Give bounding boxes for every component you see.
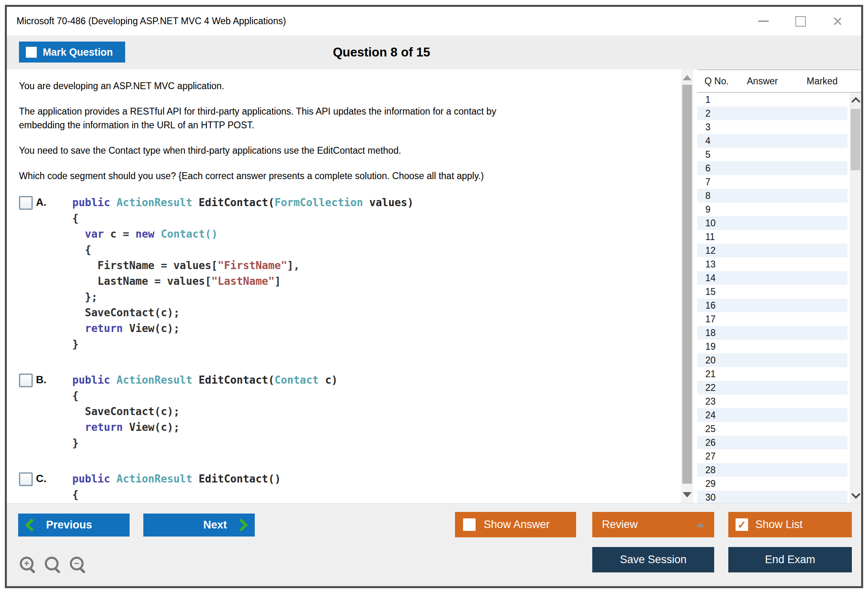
column-header-answer: Answer	[747, 76, 807, 87]
show-list-checkbox[interactable]: ✓	[736, 518, 748, 531]
option-head: B.	[19, 372, 72, 451]
question-number: 16	[705, 300, 716, 311]
show-answer-checkbox[interactable]	[463, 518, 476, 531]
question-list-row-9[interactable]: 9	[697, 203, 847, 216]
question-list-row-29[interactable]: 29	[697, 477, 847, 491]
question-list-row-18[interactable]: 18	[697, 326, 847, 340]
question-number: 11	[705, 232, 715, 242]
check-icon: ✓	[738, 520, 746, 530]
question-number: 19	[705, 341, 716, 352]
magnifier-icon[interactable]	[45, 557, 59, 573]
question-list-row-25[interactable]: 25	[697, 422, 847, 436]
code-block: public ActionResult EditContact(){	[72, 471, 281, 503]
bottom-bar: Previous Next + − Show Answer	[7, 503, 861, 586]
question-list-row-24[interactable]: 24	[697, 408, 847, 422]
question-list-row-19[interactable]: 19	[697, 340, 847, 353]
question-list-row-5[interactable]: 5	[697, 148, 847, 161]
question-list-row-14[interactable]: 14	[697, 271, 847, 285]
question-list-row-6[interactable]: 6	[697, 161, 847, 175]
question-list-row-3[interactable]: 3	[697, 120, 847, 134]
question-list-row-2[interactable]: 2	[697, 106, 847, 120]
list-scroll-up-icon[interactable]	[851, 97, 861, 106]
chevron-left-icon	[25, 518, 38, 532]
question-list-row-1[interactable]: 1	[697, 93, 847, 106]
question-list-row-26[interactable]: 26	[697, 436, 847, 449]
close-icon[interactable]: ×	[832, 16, 843, 27]
answer-options: A.public ActionResult EditContact(FormCo…	[19, 195, 665, 503]
question-number: 1	[705, 94, 711, 105]
question-number: 14	[705, 273, 716, 283]
next-label: Next	[203, 519, 227, 531]
question-panel: You are developing an ASP.NET MVC applic…	[7, 69, 681, 503]
question-list-row-7[interactable]: 7	[697, 175, 847, 189]
question-number: 3	[705, 122, 711, 132]
question-list-row-8[interactable]: 8	[697, 189, 847, 203]
magnifier-handle	[79, 567, 86, 574]
question-list-row-17[interactable]: 17	[697, 312, 847, 326]
question-number: 23	[705, 396, 716, 407]
window-title: Microsoft 70-486 (Developing ASP.NET MVC…	[17, 16, 286, 27]
question-list-row-11[interactable]: 11	[697, 230, 847, 244]
question-number: 21	[705, 369, 716, 379]
option-head: C.	[19, 471, 72, 503]
mark-question-checkbox[interactable]	[26, 47, 37, 58]
list-scroll-down-icon[interactable]	[851, 490, 861, 499]
scroll-down-icon[interactable]	[683, 492, 692, 497]
review-label: Review	[602, 518, 638, 531]
scroll-up-icon[interactable]	[683, 75, 692, 80]
option-letter: B.	[36, 374, 46, 386]
question-number: 4	[705, 136, 711, 146]
question-list-row-4[interactable]: 4	[697, 134, 847, 148]
option-checkbox-C[interactable]	[19, 472, 33, 486]
end-exam-button[interactable]: End Exam	[728, 547, 852, 572]
question-number: 24	[705, 410, 716, 420]
question-number: 29	[705, 478, 716, 489]
option-checkbox-A[interactable]	[19, 196, 33, 210]
column-header-qno: Q No.	[704, 76, 747, 87]
answer-option-C: C.public ActionResult EditContact(){	[19, 471, 665, 503]
end-exam-label: End Exam	[765, 553, 816, 566]
question-number: 7	[705, 177, 711, 187]
zoom-in-icon[interactable]: +	[20, 557, 34, 573]
list-scrollbar[interactable]	[850, 93, 861, 503]
question-number: 20	[705, 355, 716, 365]
mark-question-button[interactable]: Mark Question	[19, 42, 125, 63]
question-list-row-16[interactable]: 16	[697, 299, 847, 312]
question-list-row-10[interactable]: 10	[697, 216, 847, 230]
question-list-row-15[interactable]: 15	[697, 285, 847, 299]
option-head: A.	[19, 195, 72, 352]
question-list-row-12[interactable]: 12	[697, 244, 847, 257]
triangle-up-icon	[696, 522, 704, 527]
zoom-out-icon[interactable]: −	[70, 557, 84, 573]
question-number: 6	[705, 163, 711, 173]
show-list-button[interactable]: ✓ Show List	[728, 512, 852, 537]
question-list-row-21[interactable]: 21	[697, 367, 847, 381]
question-number: 2	[705, 108, 711, 119]
minimize-icon[interactable]	[758, 21, 769, 22]
show-answer-button[interactable]: Show Answer	[455, 512, 576, 537]
header-strip: Mark Question Question 8 of 15	[7, 35, 861, 69]
window-frame: Microsoft 70-486 (Developing ASP.NET MVC…	[5, 5, 863, 588]
question-list-row-30[interactable]: 30	[697, 491, 847, 503]
question-list-row-23[interactable]: 23	[697, 395, 847, 408]
title-bar: Microsoft 70-486 (Developing ASP.NET MVC…	[7, 7, 861, 35]
question-list-row-28[interactable]: 28	[697, 463, 847, 477]
question-paragraph: You are developing an ASP.NET MVC applic…	[19, 79, 665, 93]
next-button[interactable]: Next	[143, 514, 255, 537]
question-number: 13	[705, 259, 716, 269]
question-number: 17	[705, 314, 716, 324]
review-button[interactable]: Review	[592, 512, 714, 537]
question-list-row-27[interactable]: 27	[697, 449, 847, 463]
previous-button[interactable]: Previous	[18, 514, 130, 537]
question-scrollbar[interactable]	[681, 69, 693, 503]
question-list-row-22[interactable]: 22	[697, 381, 847, 395]
question-list-row-20[interactable]: 20	[697, 353, 847, 367]
list-scrollbar-thumb[interactable]	[851, 109, 860, 170]
option-checkbox-B[interactable]	[19, 374, 33, 387]
code-block: public ActionResult EditContact(Contact …	[72, 372, 338, 451]
save-session-button[interactable]: Save Session	[592, 547, 714, 572]
maximize-icon[interactable]	[795, 16, 806, 27]
question-number: 8	[705, 190, 711, 201]
scrollbar-thumb[interactable]	[682, 85, 692, 484]
question-list-row-13[interactable]: 13	[697, 257, 847, 271]
